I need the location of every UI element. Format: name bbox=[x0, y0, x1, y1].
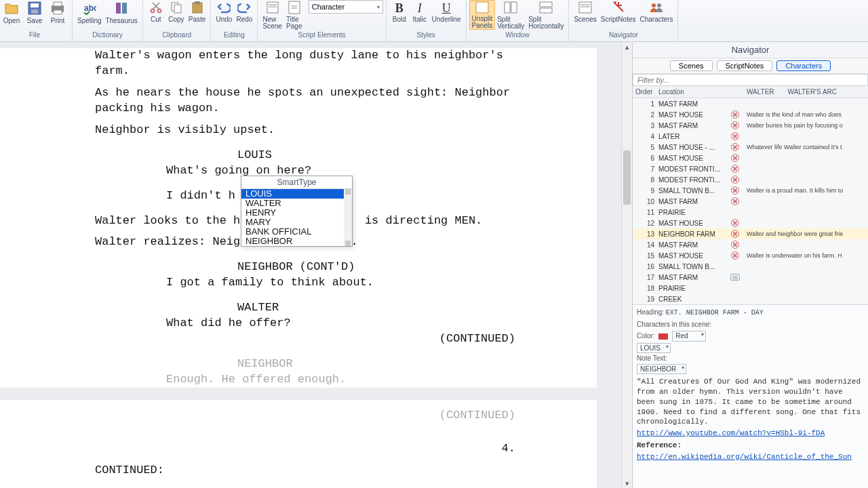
navigator-row[interactable]: 6MAST HOUSE bbox=[633, 152, 868, 163]
delete-icon[interactable] bbox=[731, 186, 739, 195]
dialogue-text[interactable]: What did he offer? bbox=[166, 316, 465, 331]
open-button[interactable]: Open bbox=[0, 0, 23, 30]
dialogue-text[interactable]: I got a family to think about. bbox=[166, 275, 465, 291]
undo-button[interactable]: Undo bbox=[214, 0, 234, 30]
character-cue[interactable]: NEIGHBOR bbox=[237, 357, 536, 372]
cut-button[interactable]: Cut bbox=[146, 0, 166, 30]
tab-scenes[interactable]: Scenes bbox=[670, 60, 713, 71]
navigator-panel: Navigator Scenes ScriptNotes Characters … bbox=[632, 42, 868, 488]
navigator-row[interactable]: 13NEIGHBOR FARMWalter and Neighbor were … bbox=[633, 228, 868, 239]
navigator-row[interactable]: 8MODEST FRONTI... bbox=[633, 174, 868, 185]
character-cue[interactable]: LOUIS bbox=[237, 148, 536, 163]
scene-char-select[interactable]: NEIGHBOR bbox=[637, 364, 686, 375]
unsplit-panels-button[interactable]: Unsplit Panels bbox=[469, 0, 496, 30]
split-horizontally-button[interactable]: Split Horizontally bbox=[526, 0, 566, 30]
editor-scrollbar[interactable]: ▴ ▾ bbox=[621, 42, 632, 488]
delete-icon[interactable] bbox=[731, 154, 739, 162]
smarttype-item[interactable]: WALTER bbox=[241, 199, 352, 208]
copy-button[interactable]: Copy bbox=[166, 0, 186, 30]
scene-char-select[interactable]: LOUIS bbox=[637, 343, 671, 354]
navigator-row[interactable]: 4LATER bbox=[633, 131, 868, 142]
delete-icon[interactable] bbox=[731, 197, 739, 205]
underline-button[interactable]: UUnderline bbox=[430, 0, 463, 30]
smarttype-item[interactable]: BANK OFFICIAL bbox=[241, 227, 352, 237]
smarttype-item[interactable]: HENRY bbox=[241, 208, 352, 218]
navigator-row[interactable]: 12MAST HOUSE bbox=[633, 218, 868, 228]
svg-rect-1 bbox=[31, 3, 39, 7]
delete-icon[interactable] bbox=[731, 176, 739, 184]
delete-icon[interactable] bbox=[731, 121, 739, 129]
delete-icon[interactable] bbox=[731, 219, 739, 227]
character-cue[interactable]: WALTER bbox=[237, 300, 536, 316]
delete-icon[interactable] bbox=[731, 241, 739, 249]
thesaurus-button[interactable]: Thesaurus bbox=[104, 0, 140, 30]
svg-rect-14 bbox=[195, 1, 200, 4]
navigator-title: Navigator bbox=[633, 42, 868, 58]
color-select[interactable]: Red bbox=[672, 331, 706, 342]
note-icon[interactable] bbox=[730, 274, 740, 281]
col-location[interactable]: Location bbox=[658, 88, 724, 96]
nav-characters-button[interactable]: Characters bbox=[637, 0, 675, 30]
navigator-row[interactable]: 1MAST FARM bbox=[633, 98, 868, 109]
navigator-filter-input[interactable] bbox=[633, 74, 868, 86]
navigator-row[interactable]: 17MAST FARM bbox=[633, 272, 868, 283]
navigator-row[interactable]: 2MAST HOUSEWalter is the kind of man who… bbox=[633, 109, 868, 120]
bold-button[interactable]: BBold bbox=[389, 0, 410, 30]
navigator-row[interactable]: 9SMALL TOWN B...Walter is a proud man. I… bbox=[633, 185, 868, 196]
nav-scenes-button[interactable]: Scenes bbox=[572, 0, 598, 30]
delete-icon[interactable] bbox=[731, 230, 739, 238]
title-page-button[interactable]: Title Page bbox=[284, 0, 304, 30]
character-cue[interactable]: NEIGHBOR (CONT'D) bbox=[237, 260, 536, 275]
col-arc[interactable]: WALTER'S ARC bbox=[788, 88, 837, 96]
navigator-row[interactable]: 19CREEK bbox=[633, 293, 868, 304]
navigator-row[interactable]: 16SMALL TOWN B... bbox=[633, 261, 868, 272]
delete-icon[interactable] bbox=[731, 165, 739, 173]
col-order[interactable]: Order bbox=[635, 88, 658, 96]
save-button[interactable]: Save bbox=[23, 0, 46, 30]
smarttype-title: SmartType bbox=[241, 176, 352, 189]
nav-scriptnotes-button[interactable]: ScriptNotes bbox=[599, 0, 638, 30]
navigator-row[interactable]: 11PRAIRIE bbox=[633, 207, 868, 218]
script-editor[interactable]: Formats and Paginates to industry standa… bbox=[0, 42, 632, 488]
navigator-row[interactable]: 15MAST HOUSEWalter is underwater on his … bbox=[633, 250, 868, 261]
chars-label: Characters in this scene: bbox=[637, 321, 711, 328]
navigator-row[interactable]: 3MAST FARMWalter buries his pain by focu… bbox=[633, 120, 868, 131]
navigator-row[interactable]: 5MAST HOUSE - ...Whatever life Walter co… bbox=[633, 142, 868, 152]
new-scene-button[interactable]: New Scene bbox=[260, 0, 283, 30]
navigator-row[interactable]: 10MAST FARM bbox=[633, 196, 868, 207]
delete-icon[interactable] bbox=[731, 251, 739, 260]
scroll-thumb[interactable] bbox=[623, 150, 631, 205]
note-text[interactable]: "All Creatures Of Our God And King" was … bbox=[637, 377, 864, 427]
ribbon-group-script-elements: New Scene Title Page Character Script El… bbox=[258, 0, 386, 41]
paste-button[interactable]: Paste bbox=[186, 0, 208, 30]
spelling-button[interactable]: abcSpelling bbox=[75, 0, 104, 30]
redo-button[interactable]: Redo bbox=[234, 0, 254, 30]
delete-icon[interactable] bbox=[731, 132, 739, 140]
element-type-select[interactable]: Character bbox=[309, 0, 383, 14]
action-text[interactable]: As he nears the house he spots an unexpe… bbox=[95, 85, 536, 117]
tab-characters[interactable]: Characters bbox=[776, 60, 831, 71]
reference-link[interactable]: http://www.youtube.com/watch?v=HSbl-9i-f… bbox=[637, 428, 864, 439]
navigator-row[interactable]: 7MODEST FRONTI... bbox=[633, 163, 868, 174]
tab-scriptnotes[interactable]: ScriptNotes bbox=[717, 60, 773, 71]
smarttype-item[interactable]: LOUIS bbox=[241, 189, 352, 199]
delete-icon[interactable] bbox=[731, 110, 739, 119]
action-text[interactable]: Walter's wagon enters the long dusty lan… bbox=[95, 48, 536, 79]
smarttype-item[interactable]: MARY bbox=[241, 218, 352, 227]
smarttype-scrollbar[interactable] bbox=[344, 189, 352, 246]
col-walter[interactable]: WALTER bbox=[747, 88, 774, 96]
action-text[interactable]: Neighbor is visibly upset. bbox=[95, 123, 536, 138]
scroll-down-icon[interactable]: ▾ bbox=[622, 479, 632, 488]
split-vertically-button[interactable]: Split Vertically bbox=[495, 0, 526, 30]
scroll-up-icon[interactable]: ▴ bbox=[622, 42, 632, 52]
print-button[interactable]: Print bbox=[46, 0, 69, 30]
italic-button[interactable]: IItalic bbox=[410, 0, 430, 30]
navigator-row[interactable]: 18PRAIRIE bbox=[633, 283, 868, 293]
svg-point-31 bbox=[657, 3, 661, 7]
smarttype-item[interactable]: NEIGHBOR bbox=[241, 237, 352, 246]
dialogue-text[interactable]: Enough. He offered enough. bbox=[166, 372, 465, 388]
reference-link[interactable]: http://en.wikipedia.org/wiki/Canticle_of… bbox=[637, 452, 864, 462]
svg-point-10 bbox=[157, 9, 161, 13]
delete-icon[interactable] bbox=[731, 143, 739, 151]
navigator-row[interactable]: 14MAST FARM bbox=[633, 239, 868, 250]
